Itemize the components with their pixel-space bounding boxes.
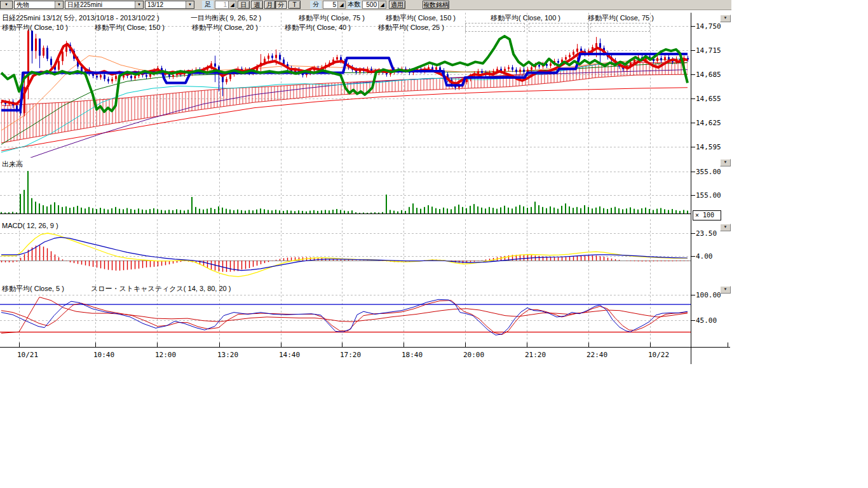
app-window: ▼ 先物 ▼ 日経225mini ▼ 13/12 ▼ 足 1 ◢ 日 週 月 分… [0, 0, 868, 488]
chevron-down-icon[interactable]: ▼ [186, 1, 194, 8]
stoch-ma-pane-label: 移動平均( Close, 5 ) [2, 284, 64, 294]
window-dropdown-button[interactable]: ▼ [0, 1, 13, 9]
bar-count-label: 本数 [348, 1, 361, 9]
stoch-axis-label: 45.00 [696, 316, 717, 325]
pane-scale-dropdown-button[interactable]: ▼ [720, 224, 731, 231]
contract-month-select[interactable]: 13/12 ▼ [145, 1, 194, 9]
price-axis-label: 14,750 [696, 22, 721, 30]
price-axis-label: 14,625 [696, 119, 721, 127]
symbol-select[interactable]: 日経225mini ▼ [65, 1, 144, 9]
category-select[interactable]: 先物 ▼ [14, 1, 64, 9]
spinner-icon[interactable]: ◢ [337, 1, 345, 8]
minute-label: 分 [310, 1, 322, 9]
multi-symbol-button[interactable]: 複数銘柄 [423, 1, 449, 9]
legend-item[interactable]: 移動平均( Close, 150 ) [386, 13, 456, 23]
macd-axis-label: 4.00 [696, 252, 713, 261]
pane-scale-dropdown-button[interactable]: ▼ [720, 15, 731, 22]
period-tick-button[interactable]: T [288, 1, 301, 9]
volume-axis-label: 155.00 [696, 191, 721, 200]
stoch-axis-label: 100.00 [696, 291, 721, 299]
apply-button[interactable]: 適用 [389, 1, 405, 9]
legend-item[interactable]: 移動平均( Close, 20 ) [192, 23, 258, 32]
period-day-button[interactable]: 日 [238, 1, 250, 9]
legend-item[interactable]: 一目均衡表( 9, 26, 52 ) [191, 13, 261, 23]
spinner-icon[interactable]: ◢ [228, 1, 236, 8]
price-axis-label: 14,595 [696, 143, 721, 151]
legend-item[interactable]: 移動平均( Close, 10 ) [2, 23, 68, 32]
legend-empty-slot [590, 23, 650, 32]
price-axis-label: 14,655 [696, 95, 721, 103]
macd-pane [0, 233, 691, 276]
time-axis-label: 17:20 [340, 351, 361, 359]
period-month-button[interactable]: 月 [264, 1, 275, 9]
pane-scale-dropdown-button[interactable]: ▼ [720, 159, 731, 166]
period-minute-button[interactable]: 分 [275, 1, 287, 9]
legend-item[interactable]: 移動平均( Close, 150 ) [95, 23, 165, 32]
volume-multiplier-badge: × 100 [693, 210, 721, 220]
volume-pane-label: 出来高 [2, 159, 23, 169]
spinner-icon[interactable]: ◢ [378, 1, 386, 8]
bar-count-value: 500 [363, 1, 378, 8]
stochastics-pane [0, 297, 691, 336]
period-week-button[interactable]: 週 [251, 1, 263, 9]
category-select-value: 先物 [17, 1, 29, 8]
contract-month-value: 13/12 [147, 1, 163, 8]
chart-plot-area[interactable]: 14,75014,71514,68514,65514,62514,595355.… [0, 0, 868, 488]
time-axis-label: 22:40 [587, 351, 607, 359]
minute-interval-value: 5 [323, 1, 337, 8]
bar-count-spinner[interactable]: 500 ◢ [362, 1, 386, 9]
bar-label: 足 [202, 1, 214, 9]
bar-interval-value: 1 [215, 1, 228, 8]
toolbar: ▼ 先物 ▼ 日経225mini ▼ 13/12 ▼ 足 1 ◢ 日 週 月 分… [0, 0, 731, 10]
chevron-down-icon: ▼ [4, 1, 8, 8]
price-axis-label: 14,685 [696, 71, 721, 79]
legend-item[interactable]: 移動平均( Close, 100 ) [491, 13, 560, 23]
time-axis-label: 14:40 [279, 351, 300, 359]
legend-item[interactable]: 移動平均( Close, 40 ) [285, 23, 351, 32]
volume-axis-label: 355.00 [696, 168, 721, 176]
macd-pane-label: MACD( 12, 26, 9 ) [2, 222, 58, 229]
bar-interval-spinner[interactable]: 1 ◢ [215, 1, 236, 9]
time-axis-label: 10:40 [93, 351, 114, 359]
macd-axis-label: 23.50 [696, 229, 717, 238]
legend-item[interactable]: 移動平均( Close, 25 ) [378, 23, 444, 32]
time-axis-label: 12:00 [155, 351, 176, 359]
time-axis-label: 10/21 [17, 351, 38, 359]
time-axis-label: 10/22 [648, 351, 669, 359]
minute-interval-spinner[interactable]: 5 ◢ [323, 1, 346, 9]
chevron-down-icon[interactable]: ▼ [135, 1, 143, 8]
legend-empty-slot [529, 23, 588, 32]
symbol-select-value: 日経225mini [67, 1, 102, 8]
time-axis-label: 13:20 [217, 351, 238, 359]
legend-item[interactable]: 移動平均( Close, 75 ) [588, 13, 654, 23]
price-axis-label: 14,715 [696, 46, 721, 55]
legend-empty-slot [465, 23, 525, 32]
legend-item[interactable]: 日経225mini 13/12( 5分, 2013/10/18 - 2013/1… [2, 13, 159, 23]
time-axis-label: 20:00 [463, 351, 484, 359]
stoch-pane-label: スロー・ストキャスティクス( 14, 3, 80, 20 ) [91, 284, 231, 294]
time-axis-label: 18:40 [402, 351, 423, 359]
time-axis-label: 21:20 [525, 351, 546, 359]
pane-scale-dropdown-button[interactable]: ▼ [720, 286, 731, 294]
volume-pane [0, 171, 691, 214]
legend-item[interactable]: 移動平均( Close, 75 ) [299, 13, 365, 23]
chevron-down-icon[interactable]: ▼ [55, 1, 63, 8]
